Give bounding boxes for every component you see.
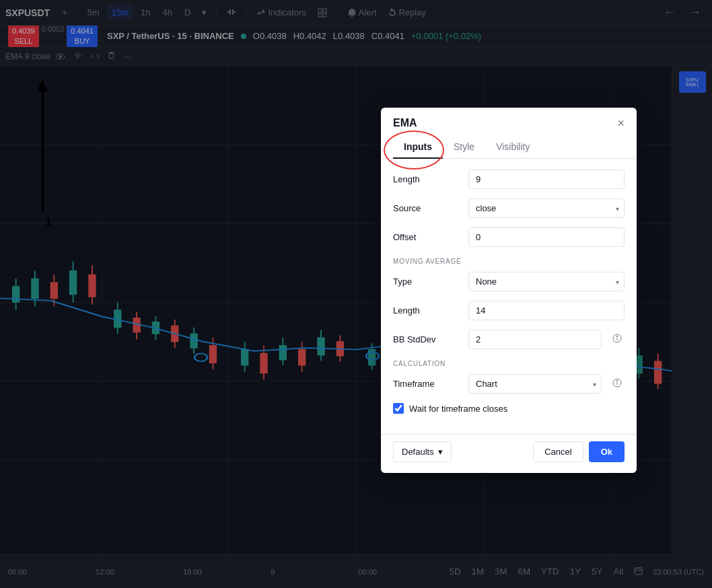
compare-icon [226, 7, 237, 18]
svg-rect-2 [229, 9, 231, 15]
symbol-bar: 0.4039 SELL 0.0002 0.4041 BUY SXP / Teth… [0, 26, 712, 47]
offset-input[interactable] [468, 227, 625, 247]
range-1y[interactable]: 1Y [567, 565, 584, 579]
tab-inputs[interactable]: Inputs [393, 136, 443, 159]
buy-box: 0.4041 BUY [67, 25, 98, 47]
close-value: C0.4041 [371, 31, 404, 41]
timeframe-5m[interactable]: 5m [83, 5, 104, 20]
trash-icon [108, 51, 115, 60]
timerange-buttons: 5D 1M 3M 6M YTD 1Y 5Y All [446, 565, 646, 579]
time-label-2: 12:00 [96, 568, 183, 576]
indicators-button[interactable]: Indicators [252, 5, 310, 20]
tab-style[interactable]: Style [443, 136, 485, 159]
svg-point-95 [194, 353, 207, 361]
timeframe-info-button[interactable] [610, 378, 625, 390]
range-all[interactable]: All [610, 565, 627, 579]
dialog-footer: Defaults ▾ Cancel Ok [381, 434, 637, 473]
open-value: O0.4038 [253, 31, 287, 41]
indicator-delete-button[interactable] [105, 50, 118, 63]
bb-stddev-info-button[interactable] [610, 334, 625, 345]
wait-label: Wait for timeframe closes [409, 404, 507, 414]
high-value: H0.4042 [293, 31, 326, 41]
moving-average-section-label: MOVING AVERAGE [393, 258, 625, 265]
range-5d[interactable]: 5D [446, 565, 464, 579]
replay-button[interactable]: Replay [384, 5, 430, 20]
replay-icon [388, 8, 397, 17]
timeframe-row: Timeframe Chart 1m 5m 15m 1h 4h D ▾ [393, 374, 625, 394]
alert-button[interactable]: Alert [343, 5, 381, 20]
low-value: L0.4038 [333, 31, 365, 41]
svg-rect-98 [635, 568, 642, 575]
sell-box: 0.4039 SELL [8, 25, 39, 47]
indicator-label: EMA 9 close [5, 52, 50, 61]
wait-for-close-row: Wait for timeframe closes [393, 403, 625, 414]
time-label-1: 06:00 [8, 568, 96, 576]
dialog-tabs: Inputs Style Visibility [381, 136, 637, 159]
dialog-close-button[interactable]: × [617, 117, 625, 129]
range-ytd[interactable]: YTD [538, 565, 563, 579]
sell-buy-box: 0.4039 SELL 0.0002 0.4041 BUY [8, 25, 98, 47]
redo-button[interactable]: → [684, 3, 707, 22]
range-3m[interactable]: 3M [491, 565, 511, 579]
ok-button[interactable]: Ok [589, 441, 625, 462]
indicators-icon [256, 8, 266, 17]
svg-rect-4 [318, 9, 322, 12]
indicator-code-button[interactable] [87, 50, 102, 63]
undo-button[interactable]: ← [658, 3, 681, 22]
dialog-header: EMA × [381, 108, 637, 129]
svg-point-9 [59, 55, 61, 57]
ma-length-label: Length [393, 305, 460, 316]
code-icon [90, 53, 100, 60]
wait-checkbox[interactable] [393, 403, 404, 414]
indicator-settings-button[interactable] [71, 50, 85, 63]
svg-point-10 [76, 54, 79, 57]
svg-rect-5 [323, 9, 326, 12]
timeframe-select-wrap: Chart 1m 5m 15m 1h 4h D ▾ [468, 374, 602, 394]
timeframe-select[interactable]: Chart 1m 5m 15m 1h 4h D [468, 374, 602, 394]
range-calendar-button[interactable] [631, 565, 646, 579]
source-row: Source close open high low hl2 hlc3 ohlc… [393, 198, 625, 218]
symbol-label: SXPUSDT [5, 7, 50, 18]
symbol-full-name: SXP / TetherUS · 15 · BINANCE [107, 31, 234, 41]
timeframe-4h[interactable]: 4h [158, 5, 177, 20]
indicator-toolbar: EMA 9 close ··· [0, 47, 712, 66]
ma-length-input[interactable] [468, 301, 625, 320]
cancel-button[interactable]: Cancel [533, 441, 583, 462]
bottom-bar: 06:00 12:00 18:00 9 06:00 5D 1M 3M 6M YT… [0, 554, 712, 588]
separator-4 [337, 6, 338, 20]
eye-icon [56, 53, 65, 60]
defaults-button[interactable]: Defaults ▾ [393, 441, 452, 462]
length-input[interactable] [468, 170, 625, 189]
indicator-eye-button[interactable] [53, 50, 68, 63]
bb-stddev-input[interactable] [468, 330, 602, 349]
offset-row: Offset [393, 227, 625, 247]
time-labels: 06:00 12:00 18:00 9 06:00 [8, 568, 446, 576]
offset-label: Offset [393, 232, 460, 242]
timeframe-d[interactable]: D [180, 5, 195, 20]
templates-button[interactable] [313, 5, 332, 21]
add-symbol-button[interactable]: + [58, 5, 71, 20]
timeframe-dropdown-button[interactable]: ▾ [198, 5, 211, 20]
separator-2 [216, 6, 217, 20]
alert-icon [347, 8, 357, 17]
range-6m[interactable]: 6M [515, 565, 534, 579]
timeframe-label: Timeframe [393, 379, 460, 389]
tab-visibility[interactable]: Visibility [485, 136, 540, 159]
indicator-more-button[interactable]: ··· [120, 50, 134, 63]
market-status-dot [241, 34, 246, 39]
timeframe-1h[interactable]: 1h [136, 5, 155, 20]
svg-rect-3 [232, 9, 234, 15]
ma-type-select-wrap: None EMA SMA WMA VWMA SMMA ▾ [468, 272, 625, 291]
range-5y[interactable]: 5Y [588, 565, 606, 579]
svg-point-104 [616, 336, 618, 337]
compare-button[interactable] [222, 5, 241, 21]
sidebar-mini-item-1: SXPU EMA ( [679, 71, 706, 93]
source-select[interactable]: close open high low hl2 hlc3 ohlc4 [468, 198, 625, 218]
ma-type-select[interactable]: None EMA SMA WMA VWMA SMMA [468, 272, 625, 291]
timeframe-15m[interactable]: 15m [107, 5, 133, 20]
ma-type-label: Type [393, 277, 460, 287]
source-select-wrap: close open high low hl2 hlc3 ohlc4 ▾ [468, 198, 625, 218]
range-1m[interactable]: 1M [468, 565, 488, 579]
bb-stddev-label: BB StdDev [393, 334, 460, 344]
length-label: Length [393, 174, 460, 184]
